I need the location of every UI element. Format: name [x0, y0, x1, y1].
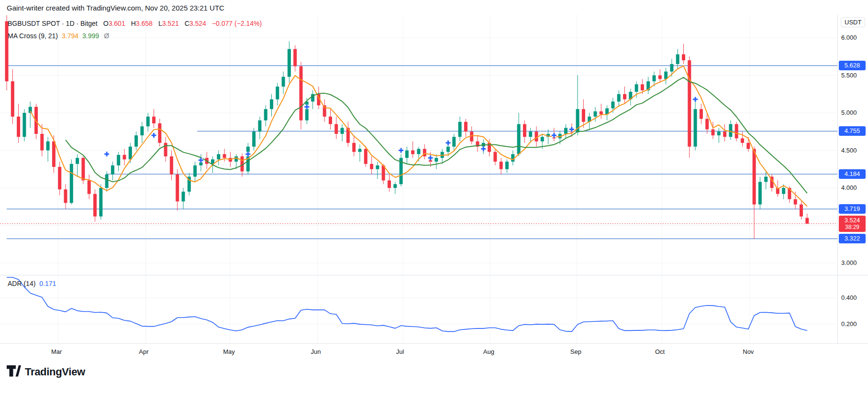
time-tick-label: Jun — [311, 348, 321, 355]
last-price-badge: 3.52438:29 — [839, 216, 866, 232]
candle-body — [800, 205, 803, 217]
chart-canvas[interactable] — [0, 14, 868, 361]
quote-open-label: O — [103, 20, 109, 27]
candle-body — [252, 131, 256, 146]
candle-body — [758, 182, 762, 204]
candle-body — [329, 117, 332, 124]
price-tick-label: 4.000 — [841, 184, 857, 191]
candle-body — [446, 147, 450, 152]
candle-body — [234, 156, 238, 162]
candle-body — [88, 180, 91, 194]
candle-body — [276, 87, 279, 99]
quote-high-value: 3.658 — [136, 20, 153, 27]
ma-hide-icon[interactable]: Ø — [104, 32, 109, 40]
candle-body — [517, 124, 521, 154]
candle-body — [782, 188, 785, 194]
time-tick-label: May — [223, 348, 235, 355]
candle-body — [193, 165, 197, 177]
price-tick-label: 4.500 — [841, 147, 857, 154]
candle-body — [746, 143, 750, 149]
candle-body — [641, 84, 644, 90]
price-level-badge[interactable]: 3.322 — [839, 234, 866, 243]
candle-body — [464, 122, 467, 131]
candle-body — [64, 189, 67, 203]
adr-title: ADR (14) — [8, 280, 35, 287]
candle-body — [288, 49, 291, 77]
candle-body — [300, 66, 303, 120]
candle-body — [417, 149, 421, 154]
time-tick-label: Nov — [743, 348, 754, 355]
candle-body — [694, 109, 697, 147]
tradingview-logo[interactable]: TradingView — [7, 365, 85, 378]
candle-body — [411, 151, 414, 154]
ma-fast-value: 3.794 — [62, 32, 78, 40]
price-level-badge[interactable]: 5.628 — [839, 61, 866, 70]
currency-label[interactable]: USDT — [841, 17, 865, 27]
candle-body — [123, 155, 126, 159]
candle-body — [434, 158, 438, 162]
ma-cross-row[interactable]: MA Cross (9, 21) 3.794 3.999 Ø — [8, 30, 262, 42]
candle-body — [17, 117, 20, 137]
symbol-title[interactable]: BGBUSDT SPOT · 1D · Bitget — [8, 20, 98, 27]
time-axis[interactable]: MarAprMayJunJulAugSepOctNov — [0, 344, 837, 359]
price-level-badge[interactable]: 3.719 — [839, 204, 866, 214]
symbol-legend[interactable]: BGBUSDT SPOT · 1D · Bitget O3.601 H3.658… — [8, 17, 262, 42]
bar-countdown: 38:29 — [839, 224, 866, 230]
price-level-badge[interactable]: 4.755 — [839, 126, 866, 136]
candle-body — [182, 192, 185, 201]
candle-body — [741, 138, 744, 142]
time-tick-label: Mar — [51, 348, 62, 355]
price-axis[interactable]: USDT 6.0005.5005.0004.5004.0003.0000.400… — [838, 14, 868, 344]
ma-cross-title: MA Cross (9, 21) — [8, 32, 58, 40]
symbol-quote-row[interactable]: BGBUSDT SPOT · 1D · Bitget O3.601 H3.658… — [8, 17, 262, 30]
candle-body — [46, 142, 50, 151]
time-tick-label: Jul — [396, 348, 404, 355]
candle-body — [117, 155, 120, 165]
ma-cross-marker-icon — [104, 152, 109, 156]
candle-body — [70, 164, 73, 203]
time-tick-label: Sep — [570, 348, 581, 355]
ma-cross-marker-icon — [693, 97, 698, 102]
price-level-badge[interactable]: 4.184 — [839, 169, 866, 179]
candle-body — [658, 76, 662, 79]
candle-body — [170, 156, 173, 175]
candle-body — [134, 135, 138, 147]
price-tick-label: 6.000 — [841, 34, 857, 41]
candle-body — [76, 158, 79, 164]
candle-body — [334, 124, 338, 134]
candle-body — [152, 117, 156, 123]
candle-body — [99, 188, 102, 217]
adr-tick-label: 0.400 — [841, 294, 857, 301]
candle-body — [493, 152, 497, 162]
chart-container[interactable]: BGBUSDT SPOT · 1D · Bitget O3.601 H3.658… — [0, 14, 868, 361]
candle-body — [40, 134, 44, 151]
price-tick-label: 5.000 — [841, 109, 857, 116]
candle-body — [805, 218, 809, 224]
candle-body — [264, 109, 267, 120]
candle-body — [341, 128, 344, 134]
candle-body — [393, 184, 397, 188]
candle-body — [129, 147, 132, 160]
adr-legend[interactable]: ADR (14) 0.171 — [8, 277, 56, 290]
candle-body — [653, 76, 656, 82]
candle-body — [764, 176, 768, 182]
quote-close-value: 3.524 — [189, 20, 206, 27]
candle-body — [594, 111, 597, 117]
candle-body — [717, 131, 721, 135]
candle-body — [223, 154, 226, 158]
candle-body — [623, 94, 626, 99]
candle-body — [29, 107, 32, 113]
candle-body — [452, 137, 456, 146]
ma-cross-marker-icon — [446, 141, 451, 145]
candle-body — [635, 84, 638, 92]
candle-body — [458, 122, 462, 137]
adr-tick-label: 0.200 — [841, 320, 857, 328]
candle-body — [105, 175, 109, 188]
candle-body — [93, 194, 97, 217]
price-tick-label: 3.000 — [841, 259, 857, 266]
candle-body — [176, 175, 179, 202]
candle-body — [729, 124, 732, 137]
candle-body — [34, 107, 38, 134]
candle-body — [146, 117, 150, 126]
candle-body — [600, 111, 603, 114]
